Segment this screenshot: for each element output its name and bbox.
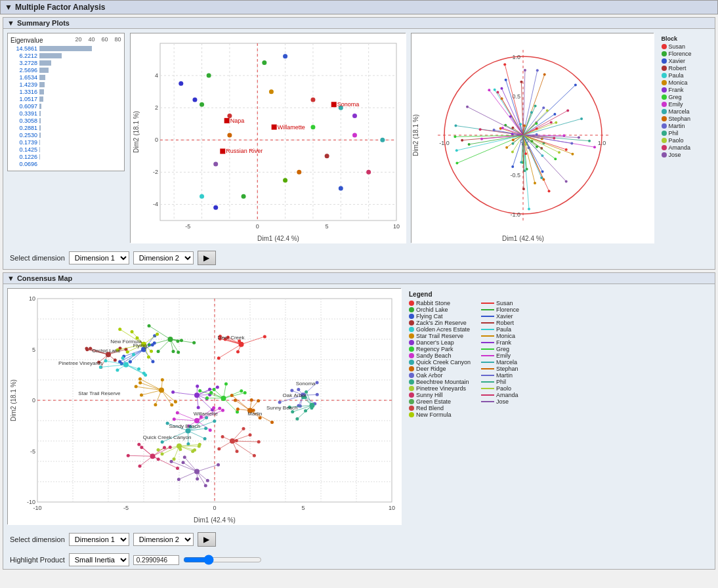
block-legend-item: Paolo xyxy=(662,137,692,144)
highlight-slider[interactable] xyxy=(183,555,262,565)
block-dot xyxy=(662,116,667,121)
product-legend-item: Dancer's Leap xyxy=(409,339,471,346)
product-label: Orchid Lake xyxy=(416,306,448,313)
block-label: Florence xyxy=(669,51,692,57)
product-legend-item: Green Estate xyxy=(409,398,471,405)
eigen-bar-container xyxy=(39,140,92,145)
dim1-select2[interactable]: Dimension 1 Dimension 2 Dimension 3 xyxy=(69,533,129,546)
eigen-bar xyxy=(39,140,40,145)
product-label: Deer Ridge xyxy=(416,366,446,372)
eigen-bar xyxy=(39,60,51,66)
eigen-bar xyxy=(39,104,41,109)
block-dot xyxy=(662,58,667,64)
collapse-arrow[interactable]: ▼ xyxy=(5,3,12,12)
eigen-value: 0.2881 xyxy=(11,125,39,131)
block-label: Phil xyxy=(669,130,679,136)
block-dot xyxy=(662,80,667,85)
person-line xyxy=(481,362,494,363)
product-legend-item: Pinetree Vineyards xyxy=(409,385,471,392)
eigen-bar-container xyxy=(39,82,92,87)
product-label: Sandy Beach xyxy=(416,352,452,359)
block-dot xyxy=(662,66,667,71)
block-label: Frank xyxy=(669,87,684,93)
product-legend-item: Orchid Lake xyxy=(409,306,471,313)
product-dot xyxy=(409,314,414,319)
product-legend-item: Sandy Beach xyxy=(409,352,471,359)
eigen-row: 0.1425 xyxy=(11,146,121,153)
dim2-select1[interactable]: Dimension 2 Dimension 1 Dimension 3 xyxy=(133,251,194,264)
block-label: Monica xyxy=(669,79,688,86)
product-legend-item: Star Trail Reserve xyxy=(409,333,471,339)
dim1-select1[interactable]: Dimension 1 Dimension 2 Dimension 3 xyxy=(69,251,129,264)
person-label: Stephan xyxy=(496,366,518,372)
block-dot xyxy=(662,138,667,143)
block-dot xyxy=(662,87,667,93)
person-line xyxy=(481,322,494,324)
eigen-value: 0.6097 xyxy=(11,103,39,110)
person-line xyxy=(481,335,494,337)
person-legend-item: Paolo xyxy=(481,385,543,392)
eigen-bar xyxy=(39,111,41,116)
highlight-select[interactable]: Small Inertia Large Inertia None xyxy=(69,553,129,566)
eigen-row: 1.4239 xyxy=(11,81,121,88)
select-dim-label1: Select dimension xyxy=(10,254,65,262)
eigen-row: 0.3391 xyxy=(11,110,121,117)
person-label: Amanda xyxy=(496,392,518,398)
consensus-map-title: Consensus Map xyxy=(17,274,72,282)
product-legend-item: Zack's Zin Reserve xyxy=(409,320,471,326)
consensus-collapse-arrow[interactable]: ▼ xyxy=(7,274,14,282)
highlight-label: Highlight Product xyxy=(10,556,65,564)
legend-title: Legend xyxy=(409,291,543,298)
consensus-plot xyxy=(7,288,401,524)
eigen-value: 0.1739 xyxy=(11,139,39,146)
person-legend-item: Jose xyxy=(481,398,543,405)
product-label: Zack's Zin Reserve xyxy=(416,320,467,326)
person-legend-item: Frank xyxy=(481,339,543,346)
summary-collapse-arrow[interactable]: ▼ xyxy=(7,19,14,27)
person-legend-item: Amanda xyxy=(481,392,543,398)
person-line xyxy=(481,309,494,310)
block-label: Emily xyxy=(669,101,683,108)
eigen-bar-container xyxy=(39,53,92,58)
eigen-row: 1.3316 xyxy=(11,89,121,95)
scatter-plot-1 xyxy=(130,33,406,243)
block-legend-item: Martin xyxy=(662,123,692,129)
eigen-bar xyxy=(39,46,92,51)
eigen-value: 14.5861 xyxy=(11,45,39,52)
eigen-rows: 14.5861 6.2212 3.2728 2.5696 1.6534 1.42… xyxy=(11,45,121,167)
eigen-value: 2.5696 xyxy=(11,67,39,74)
dim2-select2[interactable]: Dimension 2 Dimension 1 Dimension 3 xyxy=(133,533,194,546)
eigen-bar-container xyxy=(39,118,92,123)
block-label: Greg xyxy=(669,94,682,100)
product-dot xyxy=(409,346,414,352)
eigen-row: 2.5696 xyxy=(11,67,121,74)
consensus-content: Legend Rabbit StoneOrchid LakeFlying Cat… xyxy=(3,284,715,528)
go-button-2[interactable]: ▶ xyxy=(198,532,216,547)
eigenvalue-panel: Eigenvalue 20 40 60 80 14.5861 6.2212 3.… xyxy=(7,33,125,171)
product-legend-item: Flying Cat xyxy=(409,313,471,320)
block-legend-item: Greg xyxy=(662,94,692,100)
block-label: Paula xyxy=(669,72,684,79)
person-line xyxy=(481,303,494,304)
product-label: New Formula xyxy=(416,411,452,418)
eigen-row: 1.0517 xyxy=(11,96,121,102)
person-legend-item: Marcela xyxy=(481,359,543,366)
person-label: Xavier xyxy=(496,313,513,320)
person-label: Robert xyxy=(496,320,514,326)
product-dot xyxy=(409,360,414,365)
product-dot xyxy=(409,373,414,378)
go-button-1[interactable]: ▶ xyxy=(198,251,216,265)
person-line xyxy=(481,388,494,389)
eigen-bar-container xyxy=(39,104,92,109)
eigen-bar xyxy=(39,75,45,80)
person-label: Martin xyxy=(496,372,513,379)
app-title-bar: ▼ Multiple Factor Analysis xyxy=(0,0,718,14)
block-dot xyxy=(662,145,667,150)
product-label: Oak Arbor xyxy=(416,372,443,379)
eigen-bar xyxy=(39,118,41,123)
product-dot xyxy=(409,353,414,358)
eigen-bar-container xyxy=(39,96,92,102)
eigen-bar xyxy=(39,125,41,131)
person-legend-item: Monica xyxy=(481,333,543,339)
eigen-row: 0.6097 xyxy=(11,103,121,110)
